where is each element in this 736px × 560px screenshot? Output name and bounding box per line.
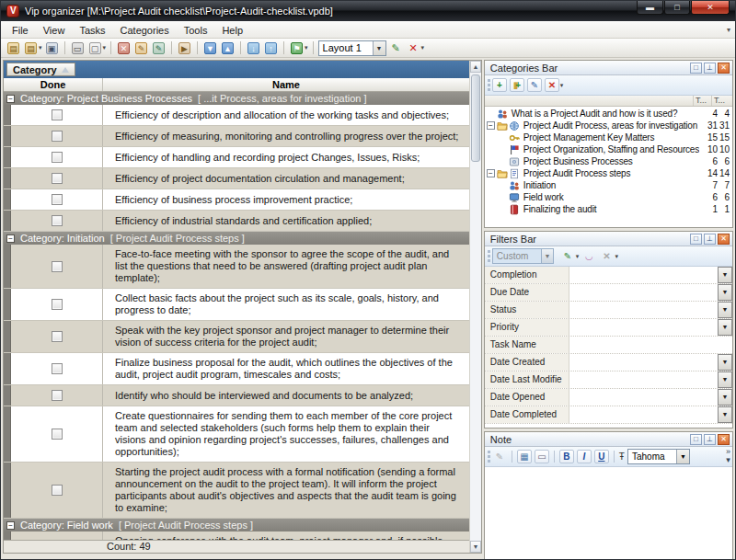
panel-pin-icon[interactable]: ⊥ xyxy=(704,434,716,445)
scrollbar-thumb[interactable] xyxy=(471,74,480,162)
filter-value-field[interactable] xyxy=(569,319,718,336)
chevron-down-icon[interactable]: ▼ xyxy=(676,450,689,463)
filter-preset-select[interactable]: Custom ▼ xyxy=(492,248,554,264)
filter-value-field[interactable] xyxy=(569,406,718,423)
font-select[interactable]: Tahoma ▼ xyxy=(627,449,690,464)
insert-image-icon[interactable]: ▦ xyxy=(517,450,532,463)
italic-button[interactable]: I xyxy=(577,450,592,463)
collapse-icon[interactable]: − xyxy=(487,121,495,130)
delete-category-button[interactable]: ✕ xyxy=(545,78,559,92)
group-by-category-button[interactable]: Category xyxy=(6,63,75,76)
menu-item-file[interactable]: File xyxy=(5,23,36,38)
scroll-up-icon[interactable]: ▲ xyxy=(470,61,481,73)
move-up-button[interactable]: ▲ xyxy=(220,40,236,55)
filter-dropdown-icon[interactable]: ▼ xyxy=(718,371,732,388)
chevron-down-icon[interactable]: ▾ xyxy=(39,44,42,51)
table-row[interactable]: Opening conference with the audit team, … xyxy=(4,531,469,540)
new-item-dropdown-button[interactable]: ▤ xyxy=(23,40,39,55)
task-checkbox[interactable] xyxy=(52,131,63,142)
menu-item-tasks[interactable]: Tasks xyxy=(72,23,112,38)
task-checkbox[interactable] xyxy=(52,109,63,120)
menu-overflow-icon[interactable]: ▾ xyxy=(727,26,730,34)
menu-item-tools[interactable]: Tools xyxy=(177,23,215,38)
table-row[interactable]: Finalize business proposal for the audit… xyxy=(4,353,469,385)
table-row[interactable]: Face-to-face meeting with the sponsor to… xyxy=(4,245,469,289)
filter-dropdown-icon[interactable]: ▼ xyxy=(718,302,732,318)
collapse-icon[interactable]: − xyxy=(487,169,495,177)
toolbar-overflow-icon[interactable]: »▾ xyxy=(726,448,730,464)
tree-item[interactable]: −Project Audit Process steps1414 xyxy=(485,167,732,179)
share-hand-button[interactable]: ▶ xyxy=(177,40,192,55)
scroll-down-icon[interactable]: ▼ xyxy=(470,541,481,553)
notes-flag-button[interactable]: ⚑ xyxy=(289,40,305,55)
task-checkbox[interactable] xyxy=(52,331,63,342)
filter-dropdown-icon[interactable]: ▼ xyxy=(718,319,732,336)
table-row[interactable]: Efficiency of handling and recording pro… xyxy=(4,147,469,168)
tree-item[interactable]: What is a Project Audit and how is it us… xyxy=(485,108,732,120)
task-checkbox[interactable] xyxy=(52,261,63,272)
task-checkbox[interactable] xyxy=(52,173,63,184)
table-row[interactable]: Efficiency of description and allocation… xyxy=(4,105,469,126)
panel-maximize-icon[interactable]: □ xyxy=(690,434,702,445)
chevron-down-icon[interactable]: ▼ xyxy=(373,41,385,55)
chevron-down-icon[interactable]: ▾ xyxy=(103,44,107,51)
new-category-button[interactable]: + xyxy=(492,78,507,92)
table-row[interactable]: Speak with the key project sponsor and p… xyxy=(4,321,469,353)
clear-filter-icon[interactable]: ◡ xyxy=(581,249,596,263)
minimize-button[interactable]: ▬ xyxy=(637,1,663,15)
print-note-icon[interactable]: ▭ xyxy=(535,450,549,463)
edit-layout-button[interactable]: ✎ xyxy=(388,40,404,55)
filter-value-field[interactable] xyxy=(569,284,718,301)
menu-item-categories[interactable]: Categories xyxy=(113,23,177,38)
filter-value-field[interactable] xyxy=(569,302,718,318)
remove-filter-icon[interactable]: ✕ xyxy=(599,249,614,263)
new-subcategory-button[interactable]: ▮+ xyxy=(510,78,524,92)
chevron-down-icon[interactable]: ▾ xyxy=(421,44,425,51)
panel-maximize-icon[interactable]: □ xyxy=(690,63,702,74)
table-row[interactable]: Starting the project audit process with … xyxy=(4,463,469,519)
new-item-button[interactable]: ▤ xyxy=(6,40,21,55)
paste-button[interactable]: ▣ xyxy=(44,40,60,55)
collapse-icon[interactable]: − xyxy=(6,234,15,243)
tree-item[interactable]: Project Management Key Matters1515 xyxy=(485,131,732,143)
bold-button[interactable]: B xyxy=(559,450,574,463)
table-row[interactable]: Create questionnaires for sending them t… xyxy=(4,406,469,463)
table-row[interactable]: Efficiency of project documentation circ… xyxy=(4,168,469,189)
tree-item[interactable]: Field work66 xyxy=(485,191,732,203)
filter-value-field[interactable] xyxy=(569,389,718,406)
collapse-all-button[interactable]: ↑ xyxy=(263,40,279,55)
filter-value-field[interactable] xyxy=(569,371,718,388)
filter-value-field[interactable] xyxy=(569,337,732,353)
table-row[interactable]: Collect basic facts about the project su… xyxy=(4,289,469,321)
vertical-scrollbar[interactable]: ▲ ▼ xyxy=(469,61,481,553)
table-row[interactable]: Efficiency of measuring, monitoring and … xyxy=(4,126,469,147)
menu-item-view[interactable]: View xyxy=(36,23,73,38)
panel-close-icon[interactable]: ✕ xyxy=(718,63,730,74)
collapse-icon[interactable]: − xyxy=(6,521,15,530)
collapse-icon[interactable]: − xyxy=(6,95,15,103)
filter-dropdown-icon[interactable]: ▼ xyxy=(718,267,732,283)
filter-dropdown-icon[interactable]: ▼ xyxy=(718,354,732,371)
panel-close-icon[interactable]: ✕ xyxy=(718,434,730,445)
edit-pencil-button[interactable]: ✎ xyxy=(133,40,149,55)
panel-maximize-icon[interactable]: □ xyxy=(690,234,702,245)
chevron-down-icon[interactable]: ▼ xyxy=(541,249,553,263)
task-checkbox[interactable] xyxy=(52,390,63,401)
tree-item[interactable]: Finalizing the audit11 xyxy=(485,203,732,215)
task-checkbox[interactable] xyxy=(52,194,63,205)
edit-filter-icon[interactable]: ✎ xyxy=(560,249,575,263)
panel-pin-icon[interactable]: ⊥ xyxy=(704,234,716,245)
toolbar-options-icon[interactable]: ▾ xyxy=(560,82,564,89)
tree-item[interactable]: −Project Audit Process, areas for invest… xyxy=(485,120,732,131)
table-row[interactable]: Identify who should be interviewed and d… xyxy=(4,385,469,406)
category-group-header[interactable]: −Category: Field work[ Project Audit Pro… xyxy=(4,519,469,531)
delete-layout-button[interactable]: ✕ xyxy=(406,40,421,55)
task-checkbox[interactable] xyxy=(52,363,63,374)
chevron-down-icon[interactable]: ▾ xyxy=(576,253,580,260)
maximize-button[interactable]: □ xyxy=(664,1,690,15)
print-preview-button[interactable]: ▢ xyxy=(87,40,103,55)
expand-all-button[interactable]: ↓ xyxy=(246,40,261,55)
tree-item[interactable]: Project Business Processes66 xyxy=(485,155,732,167)
edit-note-icon[interactable]: ✎ xyxy=(492,450,507,463)
quill-button[interactable]: ✎ xyxy=(151,40,167,55)
